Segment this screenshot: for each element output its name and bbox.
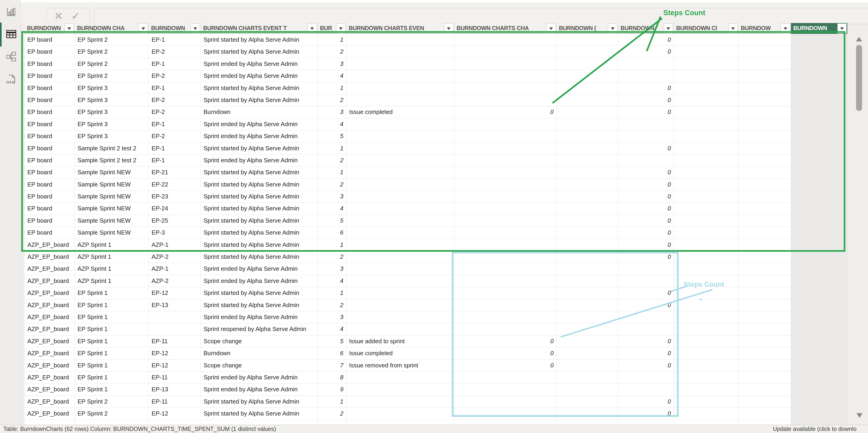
table-cell[interactable] [557,130,618,142]
table-cell[interactable] [739,227,791,239]
table-cell[interactable]: EP-13 [149,299,201,311]
table-cell[interactable]: Sprint started by Alpha Serve Admin [201,179,318,191]
table-cell[interactable] [346,179,454,191]
table-cell[interactable] [346,311,454,323]
table-cell[interactable]: AZP_EP_board [25,336,75,347]
table-cell[interactable] [739,34,791,46]
table-cell[interactable] [454,251,557,263]
table-cell[interactable] [791,191,847,203]
table-cell[interactable]: Sample Sprint NEW [75,179,149,191]
table-cell[interactable]: Sample Sprint 2 test 2 [75,154,149,167]
table-cell[interactable] [557,46,618,58]
table-cell[interactable] [618,263,674,275]
table-cell[interactable] [739,420,791,425]
table-cell[interactable] [739,336,791,347]
table-cell[interactable]: 1 [318,287,346,299]
table-cell[interactable]: EP board [25,34,75,46]
column-header-8[interactable]: BURNDOWN ( [557,23,618,34]
table-cell[interactable] [739,154,791,167]
table-cell[interactable]: 4 [318,323,346,335]
table-cell[interactable] [674,143,739,154]
table-cell[interactable]: EP-11 [149,396,201,408]
table-cell[interactable] [791,203,847,214]
table-cell[interactable] [674,106,739,118]
table-cell[interactable]: 0 [618,359,674,372]
table-cell[interactable] [674,251,739,263]
table-cell[interactable] [739,396,791,408]
table-cell[interactable] [454,323,557,335]
table-cell[interactable] [557,106,618,118]
filter-dropdown-icon[interactable] [65,24,74,34]
table-cell[interactable]: Issue completed [346,347,454,359]
table-cell[interactable]: EP Sprint 2 [75,58,149,70]
table-cell[interactable]: EP-12 [149,287,201,299]
table-cell[interactable] [791,239,847,251]
table-cell[interactable] [557,118,618,130]
table-cell[interactable] [346,227,454,239]
table-cell[interactable]: 3 [318,191,346,203]
table-cell[interactable] [674,227,739,239]
table-cell[interactable]: Issue removed from sprint [346,359,454,372]
column-header-5[interactable]: BUR [318,23,346,34]
table-cell[interactable]: EP Sprint 2 [75,46,149,58]
table-cell[interactable] [739,275,791,287]
table-cell[interactable] [618,383,674,396]
table-cell[interactable] [557,215,618,227]
table-cell[interactable] [557,323,618,335]
table-cell[interactable]: Sprint started by Alpha Serve Admin [201,191,318,203]
table-cell[interactable]: 6 [318,227,346,239]
table-cell[interactable]: EP-1 [149,82,201,94]
table-cell[interactable]: AZP_EP_board [25,275,75,287]
table-cell[interactable] [557,263,618,275]
table-cell[interactable] [618,311,674,323]
table-cell[interactable] [674,58,739,70]
table-cell[interactable]: 0 [618,347,674,359]
table-cell[interactable]: 3 [318,311,346,323]
table-cell[interactable]: EP Sprint 1 [75,347,149,359]
table-cell[interactable]: AZP_EP_board [25,311,75,323]
table-cell[interactable]: EP board [25,215,75,227]
table-cell[interactable]: EP-11 [149,336,201,347]
table-cell[interactable] [674,82,739,94]
table-cell[interactable] [557,336,618,347]
table-cell[interactable]: EP-2 [149,130,201,142]
table-cell[interactable] [674,191,739,203]
table-cell[interactable]: Sample Sprint 2 test 2 [75,143,149,154]
table-cell[interactable] [454,70,557,82]
table-cell[interactable] [454,396,557,408]
table-cell[interactable] [674,203,739,214]
table-cell[interactable]: EP-11 [149,372,201,383]
filter-dropdown-icon[interactable] [837,24,847,34]
table-cell[interactable] [454,227,557,239]
table-cell[interactable] [674,347,739,359]
table-cell[interactable]: AZP_EP_board [25,251,75,263]
table-cell[interactable] [346,263,454,275]
table-cell[interactable] [557,275,618,287]
table-cell[interactable]: Sample Sprint NEW [75,215,149,227]
table-cell[interactable] [791,46,847,58]
table-cell[interactable]: EP-23 [149,191,201,203]
table-cell[interactable]: AZP_EP_board [25,372,75,383]
table-cell[interactable] [557,94,618,106]
table-cell[interactable]: 1 [318,143,346,154]
table-cell[interactable]: Sprint ended by Alpha Serve Admin [201,58,318,70]
table-cell[interactable] [791,311,847,323]
table-cell[interactable]: Sprint started by Alpha Serve Admin [201,239,318,251]
table-cell[interactable]: EP Sprint 2 [75,396,149,408]
table-cell[interactable] [739,299,791,311]
table-cell[interactable]: AZP Sprint 1 [75,251,149,263]
table-cell[interactable]: Sprint started by Alpha Serve Admin [201,82,318,94]
table-cell[interactable] [346,420,454,425]
formula-bar[interactable] [94,8,868,24]
table-cell[interactable]: 0 [454,106,557,118]
table-cell[interactable]: AZP Sprint 1 [75,239,149,251]
table-cell[interactable] [791,82,847,94]
table-cell[interactable]: 5 [318,130,346,142]
table-cell[interactable]: 0 [618,336,674,347]
table-cell[interactable] [346,251,454,263]
table-cell[interactable]: Sprint started by Alpha Serve Admin [201,34,318,46]
table-cell[interactable]: 0 [618,179,674,191]
table-cell[interactable] [454,191,557,203]
table-cell[interactable] [557,70,618,82]
table-cell[interactable] [557,372,618,383]
